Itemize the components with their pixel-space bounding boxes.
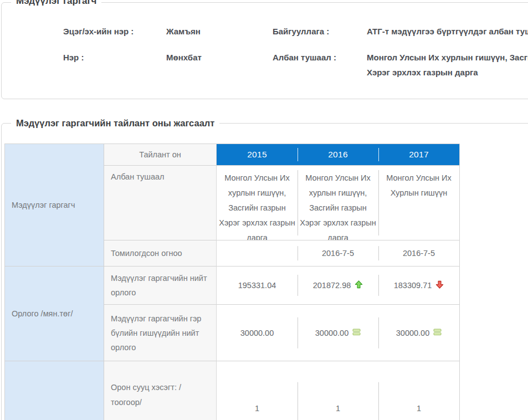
name-value: Мөнхбат bbox=[166, 50, 202, 65]
family-income-2015-value: 30000.00 bbox=[240, 329, 274, 337]
group-income: Орлого /мян.төг/ bbox=[5, 266, 104, 361]
position-2016: Монгол Улсын Их хурлын гишүүн, Засгийн г… bbox=[298, 165, 378, 240]
father-name-label: Эцэг/эх-ийн нэр : bbox=[63, 24, 134, 39]
family-income-2016: 30000.00 bbox=[298, 304, 378, 361]
housing-count-2015: 1 bbox=[217, 361, 298, 420]
organization-value: АТГ-т мэдүүлгээ бүртгүүлдэг албан туша bbox=[367, 24, 528, 39]
total-income-2017-value: 183309.71 bbox=[394, 281, 432, 290]
father-name-value: Жамъян bbox=[166, 24, 201, 39]
total-income-2015-value: 195331.04 bbox=[238, 281, 276, 290]
equal-bars-icon bbox=[352, 329, 361, 337]
profile-panel-title: Мэдүүлэг гаргагч bbox=[11, 0, 101, 7]
total-income-2017: 183309.71 bbox=[378, 266, 459, 304]
position-2017: Монгол Улсын Их Хурлын гишүүн bbox=[378, 165, 459, 240]
row-label-position: Албан тушаал bbox=[104, 165, 217, 240]
appointed-date-2016: 2016-7-5 bbox=[298, 240, 378, 266]
row-label-housing: Орон сууц хэсэгт: /тоогоор/ Тайлбар: Ний… bbox=[104, 361, 217, 420]
appointed-date-2017: 2016-7-5 bbox=[378, 240, 459, 266]
yearly-report-table: Мэдүүлэг гаргагч Орлого /мян.төг/ Тайлан… bbox=[4, 144, 460, 420]
appointed-date-2015 bbox=[217, 240, 298, 266]
year-row-header: Тайлант он bbox=[104, 144, 217, 165]
row-label-appointed-date: Томилогдсон огноо bbox=[104, 240, 217, 266]
row-label-family-income: Мэдүүлэг гаргагчийн гэр бүлийн гишүүдийн… bbox=[104, 304, 217, 361]
family-income-2015: 30000.00 bbox=[217, 304, 298, 361]
up-arrow-icon bbox=[355, 280, 363, 290]
total-income-2015: 195331.04 bbox=[217, 266, 298, 304]
position-2015: Монгол Улсын Их хурлын гишүүн, Засгийн г… bbox=[217, 165, 298, 240]
equal-bars-icon bbox=[433, 329, 442, 337]
organization-label: Байгууллага : bbox=[273, 24, 329, 39]
total-income-2016-value: 201872.98 bbox=[313, 281, 351, 290]
position-value-line2: Хэрэг эрхлэх газрын дарга bbox=[367, 65, 478, 80]
position-label: Албан тушаал : bbox=[273, 50, 336, 65]
total-income-2016: 201872.98 bbox=[298, 266, 378, 304]
row-label-total-income: Мэдүүлэг гаргагчийн нийт орлого bbox=[104, 266, 217, 304]
group-declarant: Мэдүүлэг гаргагч bbox=[5, 144, 104, 266]
housing-row-label: Орон сууц хэсэгт: /тоогоор/ bbox=[111, 383, 181, 407]
housing-count-2017: 1 bbox=[378, 361, 459, 420]
housing-count-2016: 1 bbox=[298, 361, 378, 420]
family-income-2017: 30000.00 bbox=[378, 304, 459, 361]
year-header-2017: 2017 bbox=[378, 144, 459, 165]
year-header-2015: 2015 bbox=[217, 144, 298, 165]
down-arrow-icon bbox=[435, 280, 444, 290]
name-label: Нэр : bbox=[63, 50, 84, 65]
family-income-2017-value: 30000.00 bbox=[396, 329, 429, 337]
group-property bbox=[5, 361, 104, 420]
position-value-line1: Монгол Улсын Их хурлын гишүүн, Засги bbox=[367, 50, 528, 65]
year-header-2016: 2016 bbox=[298, 144, 378, 165]
family-income-2016-value: 30000.00 bbox=[315, 329, 348, 337]
report-panel-title: Мэдүүлэг гаргагчийн тайлант оны жагсаалт bbox=[11, 117, 219, 129]
